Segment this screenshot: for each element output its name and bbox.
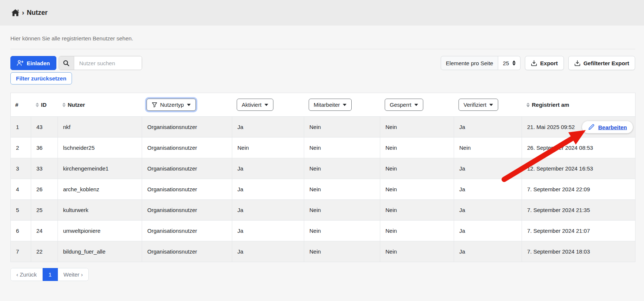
chevron-down-icon <box>414 104 418 106</box>
users-table: # ID <box>10 93 635 262</box>
cell-verified: Ja <box>454 200 522 221</box>
table-row: 236lschneider25OrganisationsnutzerNeinNe… <box>11 138 635 158</box>
registered-date: 7. September 2024 21:35 <box>527 207 590 213</box>
cell-index: 7 <box>11 241 31 262</box>
chevron-down-icon <box>264 104 268 106</box>
cell-index: 3 <box>11 158 31 179</box>
table-row: 722bildung_fuer_alleOrganisationsnutzerJ… <box>11 241 635 262</box>
search-icon <box>59 56 74 70</box>
cell-employee: Nein <box>304 138 380 158</box>
chevron-down-icon <box>489 104 493 106</box>
edit-button-label: Bearbeiten <box>598 124 627 130</box>
filtered-export-button-label: Gefilterter Export <box>584 60 629 66</box>
cell-id: 33 <box>31 158 58 179</box>
locked-filter-dropdown[interactable]: Gesperrt <box>385 99 423 111</box>
person-plus-icon <box>17 60 24 66</box>
cell-locked: Nein <box>380 117 454 138</box>
user-search <box>59 56 142 70</box>
col-header-registered[interactable]: Registriert am <box>522 93 635 117</box>
cell-user: kirchengemeinde1 <box>58 158 142 179</box>
export-button[interactable]: Export <box>525 56 564 70</box>
cell-registered: 26. September 2024 08:53 <box>522 138 635 158</box>
cell-index: 1 <box>11 117 31 138</box>
cell-user: kulturwerk <box>58 200 142 221</box>
cell-employee: Nein <box>304 200 380 221</box>
cell-user-type: Organisationsnutzer <box>142 241 232 262</box>
cell-registered: 7. September 2024 22:09 <box>522 179 635 200</box>
cell-verified: Ja <box>454 221 522 241</box>
user-type-filter-dropdown[interactable]: Nutzertyp <box>147 99 196 111</box>
table-row: 624umweltpioniereOrganisationsnutzerJaNe… <box>11 221 635 241</box>
pagination-page-1[interactable]: 1 <box>43 268 58 281</box>
cell-verified: Ja <box>454 241 522 262</box>
cell-user: bildung_fuer_alle <box>58 241 142 262</box>
registered-date: 21. Mai 2025 09:52 <box>527 124 575 130</box>
cell-id: 26 <box>31 179 58 200</box>
cell-locked: Nein <box>380 241 454 262</box>
filtered-export-button[interactable]: Gefilterter Export <box>568 56 635 70</box>
cell-index: 5 <box>11 200 31 221</box>
cell-registered: 21. Mai 2025 09:52Bearbeiten <box>522 117 635 138</box>
items-per-page-value: 25 <box>503 60 509 66</box>
items-per-page-select[interactable]: 25 <box>498 56 520 70</box>
search-input[interactable] <box>74 56 142 70</box>
cell-id: 24 <box>31 221 58 241</box>
sort-icon <box>36 103 39 107</box>
cell-activated: Ja <box>232 221 304 241</box>
col-header-index: # <box>11 93 31 117</box>
cell-user-type: Organisationsnutzer <box>142 200 232 221</box>
cell-user: nkf <box>58 117 142 138</box>
col-header-id[interactable]: ID <box>31 93 58 117</box>
edit-button[interactable]: Bearbeiten <box>582 121 633 133</box>
activated-filter-dropdown[interactable]: Aktiviert <box>237 99 273 111</box>
cell-locked: Nein <box>380 179 454 200</box>
cell-user-type: Organisationsnutzer <box>142 179 232 200</box>
col-header-user-type: Nutzertyp <box>142 93 232 117</box>
home-icon[interactable] <box>12 9 19 16</box>
cell-verified: Ja <box>454 117 522 138</box>
employee-filter-dropdown[interactable]: Mitarbeiter <box>309 99 352 111</box>
reset-filters-button[interactable]: Filter zurücksetzen <box>10 72 72 85</box>
col-header-locked: Gesperrt <box>380 93 454 117</box>
pagination-next-button[interactable]: Weiter › <box>58 268 89 281</box>
items-per-page: Elemente pro Seite 25 <box>441 56 520 70</box>
cell-employee: Nein <box>304 179 380 200</box>
registered-date: 12. September 2024 16:53 <box>527 165 593 172</box>
cell-employee: Nein <box>304 221 380 241</box>
cell-index: 4 <box>11 179 31 200</box>
download-icon <box>531 60 537 66</box>
pagination-prev-button[interactable]: ‹ Zurück <box>10 268 43 281</box>
cell-user-type: Organisationsnutzer <box>142 158 232 179</box>
col-header-user[interactable]: Nutzer <box>58 93 142 117</box>
download-icon <box>574 60 581 66</box>
cell-locked: Nein <box>380 200 454 221</box>
table-row: 143nkfOrganisationsnutzerJaNeinNeinJa21.… <box>11 117 635 138</box>
cell-user: umweltpioniere <box>58 221 142 241</box>
cell-index: 2 <box>11 138 31 158</box>
table-row: 525kulturwerkOrganisationsnutzerJaNeinNe… <box>11 200 635 221</box>
cell-verified: Ja <box>454 158 522 179</box>
cell-user: lschneider25 <box>58 138 142 158</box>
breadcrumb: › Nutzer <box>0 0 644 26</box>
col-header-employee: Mitarbeiter <box>304 93 380 117</box>
invite-button[interactable]: Einladen <box>10 56 56 70</box>
funnel-icon <box>152 102 157 108</box>
cell-registered: 7. September 2024 21:35 <box>522 200 635 221</box>
registered-date: 26. September 2024 08:53 <box>527 145 593 151</box>
cell-employee: Nein <box>304 158 380 179</box>
cell-activated: Ja <box>232 200 304 221</box>
items-per-page-label: Elemente pro Seite <box>441 56 499 70</box>
verified-filter-dropdown[interactable]: Verifiziert <box>459 99 499 111</box>
table-row: 333kirchengemeinde1OrganisationsnutzerJa… <box>11 158 635 179</box>
cell-user: arche_koblenz <box>58 179 142 200</box>
cell-index: 6 <box>11 221 31 241</box>
cell-locked: Nein <box>380 158 454 179</box>
cell-id: 25 <box>31 200 58 221</box>
toolbar: Einladen Filter zurücksetzen Elemente pr… <box>10 56 635 85</box>
cell-verified: Nein <box>454 138 522 158</box>
cell-user-type: Organisationsnutzer <box>142 117 232 138</box>
cell-activated: Nein <box>232 138 304 158</box>
page-title: Nutzer <box>27 9 47 17</box>
pagination: ‹ Zurück 1 Weiter › <box>10 268 89 281</box>
cell-activated: Ja <box>232 158 304 179</box>
